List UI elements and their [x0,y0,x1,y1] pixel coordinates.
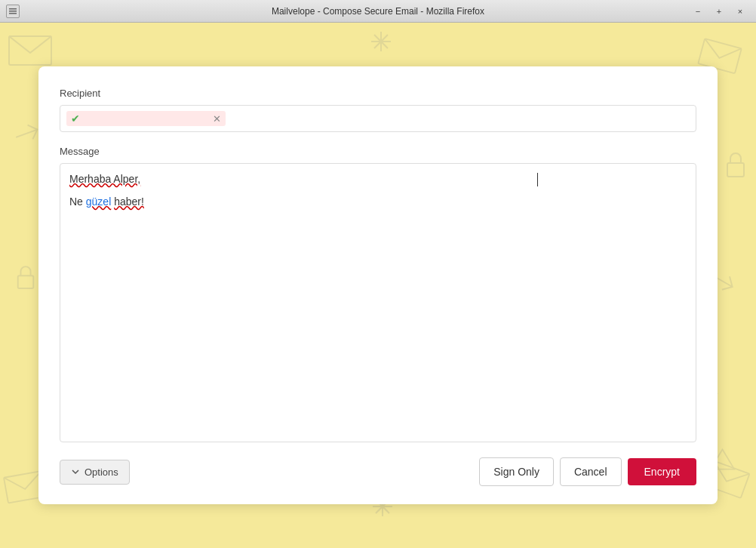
options-button[interactable]: Options [60,460,130,485]
chevron-down-icon [71,467,80,476]
title-bar: Mailvelope - Compose Secure Email - Mozi… [0,0,756,23]
main-area: Recipient ✔ ✕ Message Merhaba Alper, Ne … [0,23,756,548]
message-box[interactable]: Merhaba Alper, Ne güzel haber! [60,163,696,442]
message-text-haber: haber! [114,195,144,208]
menu-icon[interactable] [6,5,20,18]
compose-card: Recipient ✔ ✕ Message Merhaba Alper, Ne … [38,66,718,504]
message-line1: Merhaba Alper, [69,173,687,185]
recipient-label: Recipient [60,88,696,99]
footer-right-buttons: Sign Only Cancel Encrypt [479,457,696,486]
footer: Options Sign Only Cancel Encrypt [60,457,696,486]
message-line2: Ne güzel haber! [69,195,687,208]
close-button[interactable]: × [730,3,750,20]
sign-only-button[interactable]: Sign Only [479,457,554,486]
options-label: Options [85,466,118,478]
text-cursor [537,173,538,186]
minimize-button[interactable]: − [688,3,708,20]
svg-rect-0 [9,8,17,10]
message-text-merhaba: Merhaba Alper, [69,173,140,185]
maximize-button[interactable]: + [709,3,729,20]
window-title: Mailvelope - Compose Secure Email - Mozi… [272,6,484,17]
remove-recipient-button[interactable]: ✕ [213,113,221,125]
check-icon: ✔ [71,112,80,125]
recipient-row[interactable]: ✔ ✕ [60,105,696,132]
message-text-guzel: güzel [86,195,111,208]
recipient-email [85,113,205,125]
window-controls: − + × [688,3,750,20]
encrypt-button[interactable]: Encrypt [628,458,696,485]
title-bar-left [6,5,20,18]
svg-rect-1 [9,11,17,12]
svg-rect-2 [9,13,17,14]
message-label: Message [60,146,696,157]
cancel-button[interactable]: Cancel [560,457,622,486]
recipient-tag: ✔ ✕ [66,111,226,126]
